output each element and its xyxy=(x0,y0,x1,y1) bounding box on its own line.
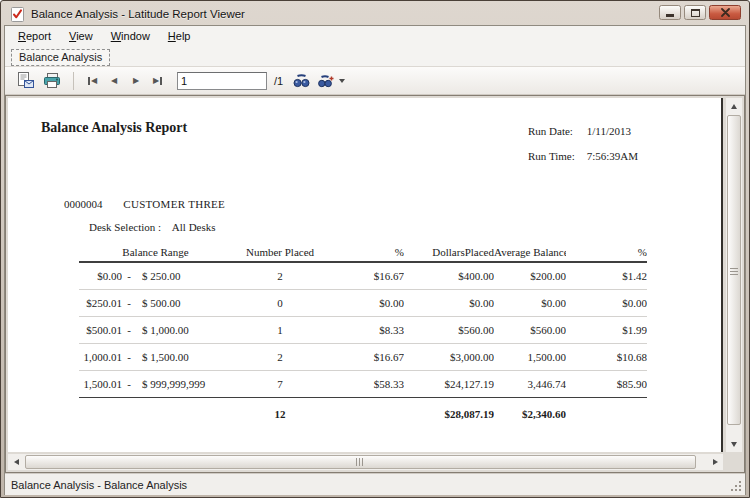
table-row: 1,000.01 - $ 1,500.00 2 $16.67 $3,000.00… xyxy=(79,343,647,370)
cell-number-pct: $16.67 xyxy=(328,343,404,370)
cell-average-balance: $560.00 xyxy=(494,316,566,343)
menu-report[interactable]: Report xyxy=(9,28,60,45)
report-title: Balance Analysis Report xyxy=(41,120,187,136)
page-number-input[interactable] xyxy=(177,72,267,90)
cell-dollars-placed: $3,000.00 xyxy=(404,343,494,370)
cell-range-high: $ 500.00 xyxy=(136,289,232,316)
find-button[interactable] xyxy=(289,70,314,92)
cell-average-balance: 1,500.00 xyxy=(494,343,566,370)
cell-number-placed: 0 xyxy=(232,289,328,316)
cell-dollars-placed: $560.00 xyxy=(404,316,494,343)
export-button[interactable] xyxy=(13,70,38,92)
cell-average-balance: 3,446.74 xyxy=(494,370,566,397)
horizontal-scrollbar[interactable] xyxy=(8,454,723,470)
first-page-button[interactable]: ◀ xyxy=(81,71,103,91)
table-totals-row: 12 $28,087.19 $2,340.60 xyxy=(79,397,647,427)
scroll-right-button[interactable] xyxy=(707,454,723,470)
go-last-icon xyxy=(160,77,162,85)
export-icon xyxy=(17,72,34,89)
horizontal-scroll-thumb[interactable] xyxy=(25,455,696,469)
scroll-down-button[interactable] xyxy=(726,436,742,452)
window-controls xyxy=(659,5,741,20)
cell-number-placed: 1 xyxy=(232,316,328,343)
resize-grip[interactable] xyxy=(731,481,742,492)
table-row: $250.01 - $ 500.00 0 $0.00 $0.00 $0.00 $… xyxy=(79,289,647,316)
window-title: Balance Analysis - Latitude Report Viewe… xyxy=(31,8,659,20)
cell-range-dash: - xyxy=(122,289,136,316)
desk-selection-value: All Desks xyxy=(172,221,216,233)
scroll-up-button[interactable] xyxy=(726,98,742,114)
report-page: Balance Analysis Report Run Date: 1/11/2… xyxy=(8,98,723,452)
cell-dollars-placed: $24,127.19 xyxy=(404,370,494,397)
toolbar: ◀ ◀ ▶ ▶ /1 xyxy=(5,66,745,95)
cell-number-pct: $0.00 xyxy=(328,289,404,316)
total-dollars-placed: $28,087.19 xyxy=(404,397,494,427)
previous-page-button[interactable]: ◀ xyxy=(103,71,125,91)
find-icon xyxy=(293,74,310,88)
cell-range-low: 1,500.01 xyxy=(79,370,122,397)
cell-range-dash: - xyxy=(122,343,136,370)
scroll-grip-icon xyxy=(356,458,365,466)
run-date-label: Run Date: xyxy=(528,125,584,137)
maximize-icon xyxy=(691,9,700,17)
cell-number-pct: $16.67 xyxy=(328,262,404,289)
cell-dollars-pct: $85.90 xyxy=(566,370,647,397)
cell-range-dash: - xyxy=(122,262,136,289)
vertical-scrollbar[interactable] xyxy=(726,98,742,452)
cell-average-balance: $0.00 xyxy=(494,289,566,316)
close-icon xyxy=(721,8,730,17)
cell-dollars-placed: $0.00 xyxy=(404,289,494,316)
cell-number-placed: 2 xyxy=(232,262,328,289)
vertical-scroll-thumb[interactable] xyxy=(727,115,741,425)
menu-help[interactable]: Help xyxy=(159,28,200,45)
run-date-value: 1/11/2013 xyxy=(587,125,631,137)
cell-range-high: $ 1,000.00 xyxy=(136,316,232,343)
cell-range-high: $ 250.00 xyxy=(136,262,232,289)
cell-number-pct: $58.33 xyxy=(328,370,404,397)
minimize-button[interactable] xyxy=(659,5,681,20)
minimize-icon xyxy=(666,14,674,17)
cell-dollars-pct: $0.00 xyxy=(566,289,647,316)
desk-selection-label: Desk Selection : xyxy=(89,221,161,233)
toolbar-separator xyxy=(73,72,74,90)
cell-dollars-pct: $10.68 xyxy=(566,343,647,370)
header-average-balance: Average Balance xyxy=(494,242,566,262)
last-page-button[interactable]: ▶ xyxy=(147,71,169,91)
cell-range-dash: - xyxy=(122,316,136,343)
table-row: $0.00 - $ 250.00 2 $16.67 $400.00 $200.0… xyxy=(79,262,647,289)
scroll-grip-icon xyxy=(730,266,738,275)
cell-range-low: $500.01 xyxy=(79,316,122,343)
arrow-right-icon xyxy=(713,459,718,465)
tab-balance-analysis[interactable]: Balance Analysis xyxy=(11,49,110,66)
close-button[interactable] xyxy=(709,5,741,20)
desk-selection-line: Desk Selection : All Desks xyxy=(89,221,216,233)
report-viewer: Balance Analysis Report Run Date: 1/11/2… xyxy=(5,95,745,473)
tab-strip: Balance Analysis xyxy=(5,47,745,66)
zoom-dropdown-icon xyxy=(318,74,335,88)
go-previous-icon: ◀ xyxy=(111,77,117,85)
scroll-left-button[interactable] xyxy=(8,454,24,470)
print-button[interactable] xyxy=(38,70,66,92)
status-text: Balance Analysis - Balance Analysis xyxy=(11,479,187,491)
go-next-icon: ▶ xyxy=(133,77,139,85)
arrow-up-icon xyxy=(731,104,737,109)
next-page-button[interactable]: ▶ xyxy=(125,71,147,91)
customer-name: CUSTOMER THREE xyxy=(123,198,225,210)
zoom-button[interactable] xyxy=(314,70,349,92)
cell-range-high: $ 999,999,999 xyxy=(136,370,232,397)
cell-range-high: $ 1,500.00 xyxy=(136,343,232,370)
client-area: Report View Window Help Balance Analysis xyxy=(4,25,746,495)
total-average-balance: $2,340.60 xyxy=(494,397,566,427)
header-dollars-pct: % xyxy=(566,242,647,262)
table-header-row: Balance Range Number Placed % DollarsPla… xyxy=(79,242,647,262)
report-viewer-window: Balance Analysis - Latitude Report Viewe… xyxy=(0,0,750,498)
header-balance-range: Balance Range xyxy=(79,242,232,262)
menu-window[interactable]: Window xyxy=(102,28,159,45)
arrow-left-icon xyxy=(14,459,19,465)
cell-number-placed: 2 xyxy=(232,343,328,370)
header-number-pct: % xyxy=(328,242,404,262)
menu-view[interactable]: View xyxy=(60,28,102,45)
maximize-button[interactable] xyxy=(684,5,706,20)
customer-code: 0000004 xyxy=(64,198,103,210)
chevron-down-icon xyxy=(339,79,345,83)
